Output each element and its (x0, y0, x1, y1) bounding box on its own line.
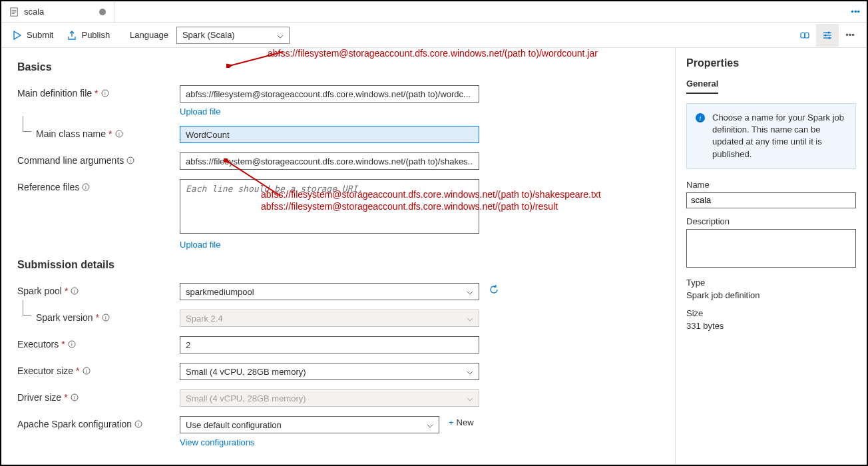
svg-text:i: i (118, 131, 120, 137)
properties-toggle-button[interactable] (816, 24, 839, 47)
submission-heading: Submission details (17, 259, 659, 271)
publish-label: Publish (81, 30, 110, 40)
chevron-down-icon (467, 368, 473, 375)
chevron-down-icon (467, 315, 473, 322)
info-icon[interactable]: i (82, 183, 90, 191)
svg-text:i: i (138, 421, 139, 427)
svg-marker-4 (14, 31, 21, 39)
info-icon[interactable]: i (71, 287, 79, 295)
type-label: Type (686, 278, 856, 288)
info-icon[interactable]: i (134, 420, 142, 428)
tabbar-more-button[interactable]: ••• (844, 7, 867, 17)
driver-size-select: Small (4 vCPU, 28GB memory) (180, 389, 479, 407)
unsaved-indicator-icon (99, 9, 106, 15)
svg-text:i: i (86, 184, 87, 190)
executors-input[interactable] (180, 336, 479, 353)
svg-text:i: i (700, 115, 702, 122)
spark-pool-select[interactable]: sparkmediumpool (180, 283, 479, 300)
executors-label: Executors * i (17, 336, 180, 350)
spark-config-label: Apache Spark configuration i (17, 416, 180, 429)
cmd-args-input[interactable] (180, 152, 479, 170)
info-icon[interactable]: i (83, 367, 91, 375)
plus-icon: + (449, 417, 454, 427)
spark-pool-label: Spark pool * i (17, 283, 180, 296)
svg-rect-6 (805, 33, 809, 38)
chevron-down-icon (467, 288, 473, 295)
info-icon[interactable]: i (126, 156, 134, 164)
svg-point-12 (829, 37, 831, 39)
main-def-label: Main definition file * i (17, 85, 180, 99)
tab-title: scala (24, 7, 44, 17)
ref-files-textarea[interactable] (180, 179, 479, 234)
tab-bar: scala ••• (1, 1, 867, 23)
svg-point-11 (825, 34, 827, 36)
description-label: Description (686, 216, 856, 226)
info-icon[interactable]: i (68, 340, 76, 348)
svg-text:i: i (71, 342, 73, 348)
svg-text:i: i (105, 91, 106, 97)
name-input[interactable] (686, 192, 856, 208)
size-value: 331 bytes (686, 321, 856, 331)
description-textarea[interactable] (686, 229, 856, 268)
upload-file-link-2[interactable]: Upload file (180, 240, 220, 250)
toolbar-right: ••• (793, 24, 861, 47)
submit-label: Submit (27, 30, 53, 40)
svg-text:i: i (86, 368, 87, 374)
upload-file-link-1[interactable]: Upload file (180, 107, 220, 116)
language-label: Language (130, 30, 168, 40)
driver-size-label: Driver size * i (17, 389, 180, 403)
svg-text:i: i (74, 395, 75, 401)
svg-text:i: i (130, 158, 131, 164)
toolbar-more-button[interactable]: ••• (839, 24, 861, 47)
basics-heading: Basics (17, 61, 659, 73)
view-configurations-link[interactable]: View configurations (180, 437, 255, 447)
name-label: Name (686, 180, 856, 190)
svg-text:i: i (75, 288, 76, 294)
spark-version-label: Spark version * i (17, 310, 180, 323)
spark-version-select: Spark 2.4 (180, 310, 479, 327)
annotation-text-1: abfss://filesystem@storageaccount.dfs.co… (268, 48, 598, 59)
submit-button[interactable]: Submit (7, 27, 59, 43)
play-icon (12, 30, 23, 41)
info-icon[interactable]: i (71, 393, 79, 401)
chevron-down-icon (427, 421, 433, 428)
svg-rect-5 (801, 33, 805, 38)
language-value: Spark (Scala) (182, 30, 235, 40)
tab-general[interactable]: General (686, 79, 718, 94)
ref-files-label: Reference files i (17, 179, 180, 192)
main-panel: abfss://filesystem@storageaccount.dfs.co… (1, 48, 675, 465)
properties-heading: Properties (686, 57, 856, 69)
main-class-input[interactable] (180, 126, 479, 143)
executor-size-select[interactable]: Small (4 vCPU, 28GB memory) (180, 363, 479, 380)
size-label: Size (686, 308, 856, 318)
chevron-down-icon (467, 395, 473, 401)
chevron-down-icon (277, 32, 284, 39)
related-button[interactable] (793, 24, 816, 47)
cmd-args-label: Command line arguments i (17, 152, 180, 166)
type-value: Spark job definition (686, 290, 856, 300)
main-def-input[interactable] (180, 85, 479, 103)
info-text: Choose a name for your Spark job definit… (712, 112, 847, 160)
svg-text:i: i (105, 315, 107, 321)
executor-size-label: Executor size * i (17, 363, 180, 376)
info-icon[interactable]: i (101, 89, 109, 97)
new-config-button[interactable]: + New (449, 417, 474, 427)
spark-config-select[interactable]: Use default configuration (180, 416, 439, 433)
info-icon[interactable]: i (115, 130, 123, 138)
svg-point-10 (828, 31, 830, 33)
spark-file-icon (9, 7, 19, 17)
language-select[interactable]: Spark (Scala) (176, 27, 290, 44)
content: abfss://filesystem@storageaccount.dfs.co… (1, 48, 867, 465)
publish-icon (67, 30, 77, 41)
toolbar: Submit Publish Language Spark (Scala) ••… (1, 23, 867, 48)
info-icon[interactable]: i (102, 314, 110, 322)
refresh-button[interactable] (489, 284, 499, 295)
document-tab[interactable]: scala (1, 1, 114, 22)
publish-button[interactable]: Publish (61, 27, 115, 43)
main-class-label: Main class name * i (17, 126, 180, 139)
info-box: i Choose a name for your Spark job defin… (686, 103, 856, 169)
info-icon: i (695, 113, 706, 123)
properties-panel: Properties General i Choose a name for y… (675, 48, 867, 465)
